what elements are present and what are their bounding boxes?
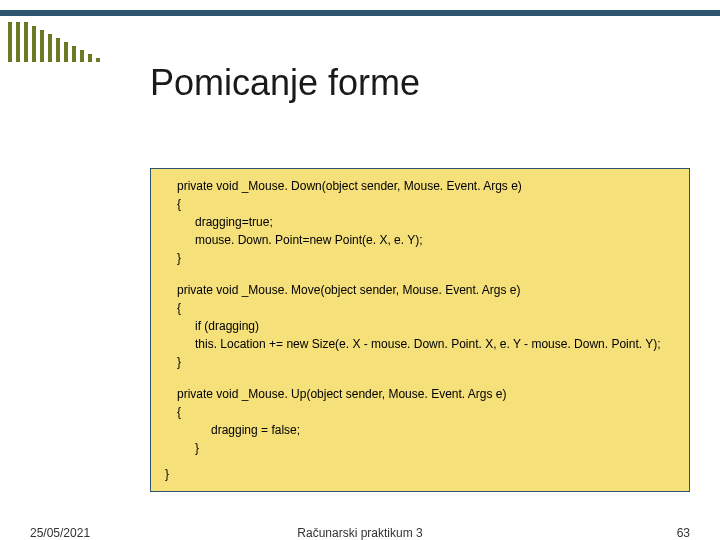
logo-bar (88, 54, 92, 62)
footer-course: Računarski praktikum 3 (0, 526, 720, 540)
logo-bar (48, 34, 52, 62)
logo-bar (96, 58, 100, 62)
code-line: dragging = false; (161, 421, 679, 439)
code-line: { (161, 403, 679, 421)
logo-bar (80, 50, 84, 62)
top-rule (0, 10, 720, 16)
code-block-mouseup: private void _Mouse. Up(object sender, M… (161, 385, 679, 483)
code-line: if (dragging) (161, 317, 679, 335)
slide-title: Pomicanje forme (150, 62, 420, 104)
code-line: private void _Mouse. Up(object sender, M… (161, 385, 679, 403)
logo-bar (24, 22, 28, 62)
logo-bar (64, 42, 68, 62)
code-line: private void _Mouse. Down(object sender,… (161, 177, 679, 195)
logo-bar (72, 46, 76, 62)
code-line: } (161, 353, 679, 371)
code-line: } (161, 439, 679, 457)
code-box: private void _Mouse. Down(object sender,… (150, 168, 690, 492)
code-line: this. Location += new Size(e. X - mouse.… (161, 335, 679, 353)
code-line: } (161, 249, 679, 267)
logo-bar (56, 38, 60, 62)
slide: Pomicanje forme private void _Mouse. Dow… (0, 0, 720, 540)
logo-bar (16, 22, 20, 62)
logo-bar (8, 22, 12, 62)
code-block-mousemove: private void _Mouse. Move(object sender,… (161, 281, 679, 371)
code-block-mousedown: private void _Mouse. Down(object sender,… (161, 177, 679, 267)
logo-bar (32, 26, 36, 62)
footer-page-number: 63 (677, 526, 690, 540)
logo-bars (8, 22, 100, 62)
code-line: dragging=true; (161, 213, 679, 231)
code-line: } (161, 465, 679, 483)
code-line: mouse. Down. Point=new Point(e. X, e. Y)… (161, 231, 679, 249)
code-line: { (161, 195, 679, 213)
code-line: { (161, 299, 679, 317)
code-line: private void _Mouse. Move(object sender,… (161, 281, 679, 299)
logo-bar (40, 30, 44, 62)
